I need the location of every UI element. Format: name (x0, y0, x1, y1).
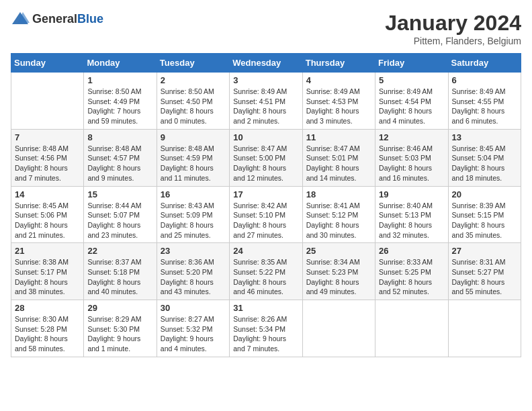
day-header-wednesday: Wednesday (230, 54, 302, 73)
calendar-week-row: 1Sunrise: 8:50 AM Sunset: 4:49 PM Daylig… (11, 73, 521, 130)
day-info: Sunrise: 8:38 AM Sunset: 5:17 PM Dayligh… (15, 257, 80, 297)
day-number: 7 (15, 132, 80, 142)
day-number: 18 (306, 189, 371, 199)
calendar-cell: 3Sunrise: 8:49 AM Sunset: 4:51 PM Daylig… (230, 73, 302, 130)
calendar-cell: 30Sunrise: 8:27 AM Sunset: 5:32 PM Dayli… (157, 300, 229, 357)
day-number: 15 (87, 189, 152, 199)
calendar-cell: 11Sunrise: 8:47 AM Sunset: 5:01 PM Dayli… (302, 129, 375, 186)
day-number: 5 (379, 75, 444, 85)
calendar-cell: 25Sunrise: 8:34 AM Sunset: 5:23 PM Dayli… (302, 243, 375, 300)
calendar-week-row: 7Sunrise: 8:48 AM Sunset: 4:56 PM Daylig… (11, 129, 521, 186)
calendar-cell (448, 300, 521, 357)
calendar-cell: 9Sunrise: 8:48 AM Sunset: 4:59 PM Daylig… (157, 129, 229, 186)
day-number: 12 (379, 132, 444, 142)
calendar-cell: 28Sunrise: 8:30 AM Sunset: 5:28 PM Dayli… (11, 300, 84, 357)
calendar-cell: 4Sunrise: 8:49 AM Sunset: 4:53 PM Daylig… (302, 73, 375, 130)
calendar-cell: 1Sunrise: 8:50 AM Sunset: 4:49 PM Daylig… (84, 73, 157, 130)
logo-general: General (32, 12, 77, 26)
day-info: Sunrise: 8:47 AM Sunset: 5:01 PM Dayligh… (306, 144, 371, 183)
day-info: Sunrise: 8:49 AM Sunset: 4:55 PM Dayligh… (452, 87, 517, 126)
day-number: 27 (452, 246, 517, 256)
day-info: Sunrise: 8:36 AM Sunset: 5:20 PM Dayligh… (161, 257, 226, 297)
day-number: 10 (233, 132, 298, 142)
day-number: 20 (452, 189, 517, 199)
logo: GeneralBlue (11, 11, 103, 27)
day-number: 23 (161, 246, 226, 256)
day-info: Sunrise: 8:33 AM Sunset: 5:25 PM Dayligh… (379, 257, 444, 297)
calendar-cell: 27Sunrise: 8:31 AM Sunset: 5:27 PM Dayli… (448, 243, 521, 300)
calendar-cell (375, 300, 448, 357)
calendar-cell: 10Sunrise: 8:47 AM Sunset: 5:00 PM Dayli… (230, 129, 302, 186)
day-header-saturday: Saturday (448, 54, 521, 73)
day-number: 1 (87, 75, 152, 85)
day-info: Sunrise: 8:45 AM Sunset: 5:06 PM Dayligh… (15, 201, 80, 240)
day-number: 4 (306, 75, 371, 85)
day-number: 30 (161, 303, 226, 313)
calendar-cell: 7Sunrise: 8:48 AM Sunset: 4:56 PM Daylig… (11, 129, 84, 186)
calendar-cell: 26Sunrise: 8:33 AM Sunset: 5:25 PM Dayli… (375, 243, 448, 300)
calendar-week-row: 14Sunrise: 8:45 AM Sunset: 5:06 PM Dayli… (11, 186, 521, 243)
calendar-table: SundayMondayTuesdayWednesdayThursdayFrid… (11, 53, 521, 357)
calendar-cell: 14Sunrise: 8:45 AM Sunset: 5:06 PM Dayli… (11, 186, 84, 243)
calendar-week-row: 28Sunrise: 8:30 AM Sunset: 5:28 PM Dayli… (11, 300, 521, 357)
day-info: Sunrise: 8:50 AM Sunset: 4:50 PM Dayligh… (161, 87, 226, 126)
day-info: Sunrise: 8:43 AM Sunset: 5:09 PM Dayligh… (161, 201, 226, 240)
day-number: 19 (379, 189, 444, 199)
day-number: 8 (87, 132, 152, 142)
calendar-cell: 31Sunrise: 8:26 AM Sunset: 5:34 PM Dayli… (230, 300, 302, 357)
day-info: Sunrise: 8:49 AM Sunset: 4:51 PM Dayligh… (233, 87, 298, 126)
day-info: Sunrise: 8:40 AM Sunset: 5:13 PM Dayligh… (379, 201, 444, 240)
logo-blue: Blue (77, 12, 103, 26)
day-number: 14 (15, 189, 80, 199)
calendar-cell: 22Sunrise: 8:37 AM Sunset: 5:18 PM Dayli… (84, 243, 157, 300)
logo-icon (11, 11, 30, 27)
day-number: 25 (306, 246, 371, 256)
day-header-sunday: Sunday (11, 54, 84, 73)
day-number: 24 (233, 246, 298, 256)
day-info: Sunrise: 8:26 AM Sunset: 5:34 PM Dayligh… (233, 314, 298, 354)
calendar-cell: 12Sunrise: 8:46 AM Sunset: 5:03 PM Dayli… (375, 129, 448, 186)
day-info: Sunrise: 8:48 AM Sunset: 4:56 PM Dayligh… (15, 144, 80, 183)
day-info: Sunrise: 8:47 AM Sunset: 5:00 PM Dayligh… (233, 144, 298, 183)
calendar-cell: 16Sunrise: 8:43 AM Sunset: 5:09 PM Dayli… (157, 186, 229, 243)
day-info: Sunrise: 8:44 AM Sunset: 5:07 PM Dayligh… (87, 201, 152, 240)
location-subtitle: Pittem, Flanders, Belgium (385, 36, 521, 46)
day-info: Sunrise: 8:30 AM Sunset: 5:28 PM Dayligh… (15, 314, 80, 354)
calendar-header-row: SundayMondayTuesdayWednesdayThursdayFrid… (11, 54, 521, 73)
day-info: Sunrise: 8:39 AM Sunset: 5:15 PM Dayligh… (452, 201, 517, 240)
day-info: Sunrise: 8:41 AM Sunset: 5:12 PM Dayligh… (306, 201, 371, 240)
day-info: Sunrise: 8:48 AM Sunset: 4:57 PM Dayligh… (87, 144, 152, 183)
calendar-cell: 20Sunrise: 8:39 AM Sunset: 5:15 PM Dayli… (448, 186, 521, 243)
day-number: 13 (452, 132, 517, 142)
day-number: 26 (379, 246, 444, 256)
day-number: 16 (161, 189, 226, 199)
calendar-cell: 6Sunrise: 8:49 AM Sunset: 4:55 PM Daylig… (448, 73, 521, 130)
day-number: 6 (452, 75, 517, 85)
day-info: Sunrise: 8:29 AM Sunset: 5:30 PM Dayligh… (87, 314, 152, 354)
day-info: Sunrise: 8:35 AM Sunset: 5:22 PM Dayligh… (233, 257, 298, 297)
day-info: Sunrise: 8:46 AM Sunset: 5:03 PM Dayligh… (379, 144, 444, 183)
day-header-friday: Friday (375, 54, 448, 73)
calendar-cell: 18Sunrise: 8:41 AM Sunset: 5:12 PM Dayli… (302, 186, 375, 243)
calendar-cell: 24Sunrise: 8:35 AM Sunset: 5:22 PM Dayli… (230, 243, 302, 300)
day-number: 2 (161, 75, 226, 85)
day-info: Sunrise: 8:49 AM Sunset: 4:53 PM Dayligh… (306, 87, 371, 126)
calendar-cell: 21Sunrise: 8:38 AM Sunset: 5:17 PM Dayli… (11, 243, 84, 300)
day-header-tuesday: Tuesday (157, 54, 229, 73)
calendar-cell (11, 73, 84, 130)
month-title: January 2024 (385, 11, 521, 36)
day-number: 17 (233, 189, 298, 199)
day-info: Sunrise: 8:49 AM Sunset: 4:54 PM Dayligh… (379, 87, 444, 126)
day-number: 3 (233, 75, 298, 85)
calendar-cell: 29Sunrise: 8:29 AM Sunset: 5:30 PM Dayli… (84, 300, 157, 357)
logo-text: GeneralBlue (32, 12, 103, 26)
calendar-week-row: 21Sunrise: 8:38 AM Sunset: 5:17 PM Dayli… (11, 243, 521, 300)
calendar-cell: 2Sunrise: 8:50 AM Sunset: 4:50 PM Daylig… (157, 73, 229, 130)
day-info: Sunrise: 8:34 AM Sunset: 5:23 PM Dayligh… (306, 257, 371, 297)
calendar-cell (302, 300, 375, 357)
day-number: 28 (15, 303, 80, 313)
calendar-cell: 19Sunrise: 8:40 AM Sunset: 5:13 PM Dayli… (375, 186, 448, 243)
day-info: Sunrise: 8:31 AM Sunset: 5:27 PM Dayligh… (452, 257, 517, 297)
day-header-thursday: Thursday (302, 54, 375, 73)
day-info: Sunrise: 8:42 AM Sunset: 5:10 PM Dayligh… (233, 201, 298, 240)
